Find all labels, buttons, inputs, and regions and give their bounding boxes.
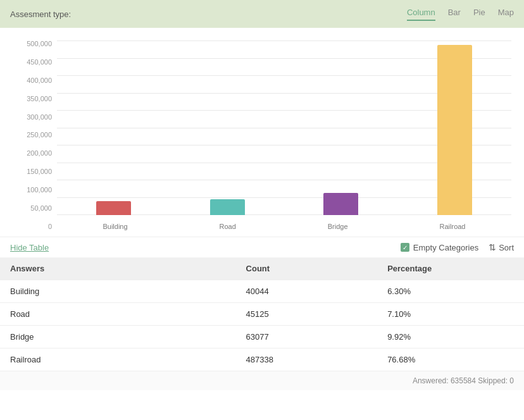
cell-count: 63077: [236, 326, 378, 349]
col-header-percentage: Percentage: [377, 257, 524, 280]
col-header-answers: Answers: [0, 257, 236, 280]
tab-pie[interactable]: Pie: [473, 8, 485, 21]
bars-row: [57, 40, 511, 215]
y-label-0: 500,000: [13, 40, 57, 47]
cell-answer: Railroad: [0, 349, 236, 371]
chart-inner: BuildingRoadBridgeRailroad: [57, 40, 511, 230]
chart-type-tabs: Column Bar Pie Map: [407, 8, 514, 21]
tab-bar[interactable]: Bar: [448, 8, 461, 21]
chart-area: 500,000 450,000 400,000 350,000 300,000 …: [0, 28, 524, 237]
y-label-8: 100,000: [13, 187, 57, 194]
cell-count: 45125: [236, 303, 378, 326]
y-label-5: 250,000: [13, 132, 57, 139]
cell-percentage: 7.10%: [377, 303, 524, 326]
table-row: Railroad 487338 76.68%: [0, 349, 524, 371]
x-label-railroad: Railroad: [440, 223, 466, 230]
x-axis-labels: BuildingRoadBridgeRailroad: [57, 215, 511, 230]
y-label-7: 150,000: [13, 168, 57, 175]
bar-road: [210, 199, 245, 215]
empty-categories-label: Empty Categories: [413, 243, 478, 252]
tab-map[interactable]: Map: [498, 8, 514, 21]
cell-answer: Building: [0, 280, 236, 303]
page-title: Assesment type:: [10, 9, 71, 19]
cell-answer: Bridge: [0, 326, 236, 349]
y-label-6: 200,000: [13, 150, 57, 157]
tab-column[interactable]: Column: [407, 8, 435, 21]
header-bar: Assesment type: Column Bar Pie Map: [0, 0, 524, 28]
x-label-road: Road: [220, 223, 236, 230]
hide-table-button[interactable]: Hide Table: [10, 243, 49, 252]
cell-count: 40044: [236, 280, 378, 303]
cell-percentage: 76.68%: [377, 349, 524, 371]
bar-railroad: [437, 45, 472, 215]
empty-categories-toggle[interactable]: Empty Categories: [401, 243, 478, 252]
bar-bridge: [323, 193, 358, 215]
table-row: Building 40044 6.30%: [0, 280, 524, 303]
y-label-2: 400,000: [13, 77, 57, 84]
chart-container: 500,000 450,000 400,000 350,000 300,000 …: [13, 40, 511, 230]
toolbar: Hide Table Empty Categories ⇅ Sort: [0, 237, 524, 257]
sort-label: Sort: [499, 243, 514, 252]
empty-categories-checkbox[interactable]: [401, 243, 409, 252]
cell-percentage: 6.30%: [377, 280, 524, 303]
x-label-building: Building: [103, 223, 127, 230]
sort-button[interactable]: ⇅ Sort: [489, 242, 514, 252]
data-table: Answers Count Percentage Building 40044 …: [0, 257, 524, 371]
y-label-4: 300,000: [13, 114, 57, 121]
y-axis: 500,000 450,000 400,000 350,000 300,000 …: [13, 40, 57, 230]
y-label-9: 50,000: [13, 205, 57, 212]
table-header-row: Answers Count Percentage: [0, 257, 524, 280]
bar-building: [96, 201, 131, 215]
cell-answer: Road: [0, 303, 236, 326]
y-label-10: 0: [13, 223, 57, 230]
table-row: Bridge 63077 9.92%: [0, 326, 524, 349]
toolbar-right: Empty Categories ⇅ Sort: [401, 242, 514, 252]
cell-count: 487338: [236, 349, 378, 371]
x-label-bridge: Bridge: [328, 223, 348, 230]
sort-icon: ⇅: [489, 242, 496, 252]
y-label-1: 450,000: [13, 59, 57, 66]
table-footer: Answered: 635584 Skipped: 0: [0, 371, 524, 390]
data-table-container: Answers Count Percentage Building 40044 …: [0, 257, 524, 390]
y-label-3: 350,000: [13, 96, 57, 102]
cell-percentage: 9.92%: [377, 326, 524, 349]
col-header-count: Count: [236, 257, 378, 280]
table-row: Road 45125 7.10%: [0, 303, 524, 326]
